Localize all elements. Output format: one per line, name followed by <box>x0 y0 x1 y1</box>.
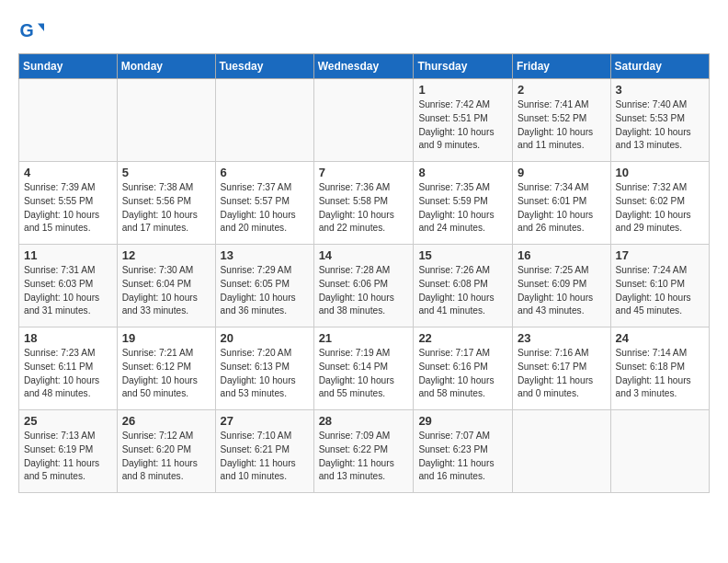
weekday-header: Monday <box>117 54 215 79</box>
day-info: Sunrise: 7:28 AMSunset: 6:06 PMDaylight:… <box>319 264 409 318</box>
day-number: 16 <box>518 248 606 262</box>
calendar-week-row: 11Sunrise: 7:31 AMSunset: 6:03 PMDayligh… <box>19 245 710 327</box>
calendar-cell: 3Sunrise: 7:40 AMSunset: 5:53 PMDaylight… <box>610 79 709 162</box>
calendar-cell: 20Sunrise: 7:20 AMSunset: 6:13 PMDayligh… <box>215 327 313 410</box>
day-info: Sunrise: 7:36 AMSunset: 5:58 PMDaylight:… <box>319 181 409 236</box>
day-info: Sunrise: 7:26 AMSunset: 6:08 PMDaylight:… <box>418 264 507 318</box>
calendar-cell: 13Sunrise: 7:29 AMSunset: 6:05 PMDayligh… <box>215 245 313 327</box>
day-info: Sunrise: 7:19 AMSunset: 6:14 PMDaylight:… <box>319 347 409 401</box>
calendar-cell: 2Sunrise: 7:41 AMSunset: 5:52 PMDaylight… <box>513 79 611 162</box>
day-info: Sunrise: 7:10 AMSunset: 6:21 PMDaylight:… <box>221 430 309 484</box>
logo-icon: G <box>18 18 44 44</box>
calendar-cell: 5Sunrise: 7:38 AMSunset: 5:56 PMDaylight… <box>117 162 215 245</box>
day-info: Sunrise: 7:38 AMSunset: 5:56 PMDaylight:… <box>122 181 210 236</box>
calendar-cell <box>313 79 414 162</box>
day-info: Sunrise: 7:41 AMSunset: 5:52 PMDaylight:… <box>518 98 606 153</box>
calendar-cell: 19Sunrise: 7:21 AMSunset: 6:12 PMDayligh… <box>117 327 215 410</box>
calendar-cell: 10Sunrise: 7:32 AMSunset: 6:02 PMDayligh… <box>610 162 709 245</box>
day-number: 10 <box>616 166 704 179</box>
day-info: Sunrise: 7:35 AMSunset: 5:59 PMDaylight:… <box>418 181 507 236</box>
day-number: 26 <box>122 414 210 428</box>
calendar-week-row: 4Sunrise: 7:39 AMSunset: 5:55 PMDaylight… <box>19 162 710 245</box>
day-info: Sunrise: 7:31 AMSunset: 6:03 PMDaylight:… <box>24 264 112 318</box>
day-number: 12 <box>122 248 210 262</box>
day-number: 20 <box>221 331 309 345</box>
day-info: Sunrise: 7:32 AMSunset: 6:02 PMDaylight:… <box>616 181 704 236</box>
calendar-cell: 28Sunrise: 7:09 AMSunset: 6:22 PMDayligh… <box>313 410 414 493</box>
weekday-header: Friday <box>513 54 611 79</box>
day-number: 1 <box>418 83 507 97</box>
page-header: G <box>18 18 710 44</box>
day-info: Sunrise: 7:30 AMSunset: 6:04 PMDaylight:… <box>122 264 210 318</box>
calendar-header-row: SundayMondayTuesdayWednesdayThursdayFrid… <box>19 54 710 79</box>
day-info: Sunrise: 7:16 AMSunset: 6:17 PMDaylight:… <box>518 347 606 401</box>
day-number: 14 <box>319 248 409 262</box>
day-number: 27 <box>221 414 309 428</box>
calendar-cell: 12Sunrise: 7:30 AMSunset: 6:04 PMDayligh… <box>117 245 215 327</box>
day-number: 25 <box>24 414 112 428</box>
calendar-cell: 23Sunrise: 7:16 AMSunset: 6:17 PMDayligh… <box>513 327 611 410</box>
calendar-week-row: 1Sunrise: 7:42 AMSunset: 5:51 PMDaylight… <box>19 79 710 162</box>
day-info: Sunrise: 7:20 AMSunset: 6:13 PMDaylight:… <box>221 347 309 401</box>
day-info: Sunrise: 7:21 AMSunset: 6:12 PMDaylight:… <box>122 347 210 401</box>
calendar-cell: 27Sunrise: 7:10 AMSunset: 6:21 PMDayligh… <box>215 410 313 493</box>
day-info: Sunrise: 7:12 AMSunset: 6:20 PMDaylight:… <box>122 430 210 484</box>
day-info: Sunrise: 7:09 AMSunset: 6:22 PMDaylight:… <box>319 430 409 484</box>
calendar-cell: 11Sunrise: 7:31 AMSunset: 6:03 PMDayligh… <box>19 245 118 327</box>
calendar-cell: 9Sunrise: 7:34 AMSunset: 6:01 PMDaylight… <box>513 162 611 245</box>
logo: G <box>18 18 48 44</box>
calendar-cell: 29Sunrise: 7:07 AMSunset: 6:23 PMDayligh… <box>414 410 513 493</box>
day-number: 2 <box>518 83 606 97</box>
day-number: 8 <box>418 166 507 179</box>
day-number: 18 <box>24 331 112 345</box>
calendar-cell <box>215 79 313 162</box>
day-info: Sunrise: 7:37 AMSunset: 5:57 PMDaylight:… <box>221 181 309 236</box>
calendar-cell: 24Sunrise: 7:14 AMSunset: 6:18 PMDayligh… <box>610 327 709 410</box>
day-number: 9 <box>518 166 606 179</box>
day-info: Sunrise: 7:42 AMSunset: 5:51 PMDaylight:… <box>418 98 507 153</box>
day-number: 7 <box>319 166 409 179</box>
calendar-cell: 15Sunrise: 7:26 AMSunset: 6:08 PMDayligh… <box>414 245 513 327</box>
day-number: 29 <box>418 414 507 428</box>
day-info: Sunrise: 7:07 AMSunset: 6:23 PMDaylight:… <box>418 430 507 484</box>
calendar-cell: 7Sunrise: 7:36 AMSunset: 5:58 PMDaylight… <box>313 162 414 245</box>
calendar-cell: 17Sunrise: 7:24 AMSunset: 6:10 PMDayligh… <box>610 245 709 327</box>
day-number: 17 <box>616 248 704 262</box>
calendar-cell: 4Sunrise: 7:39 AMSunset: 5:55 PMDaylight… <box>19 162 118 245</box>
calendar-cell: 6Sunrise: 7:37 AMSunset: 5:57 PMDaylight… <box>215 162 313 245</box>
weekday-header: Saturday <box>610 54 709 79</box>
calendar-week-row: 25Sunrise: 7:13 AMSunset: 6:19 PMDayligh… <box>19 410 710 493</box>
day-number: 21 <box>319 331 409 345</box>
day-number: 6 <box>221 166 309 179</box>
day-number: 28 <box>319 414 409 428</box>
day-number: 22 <box>418 331 507 345</box>
calendar-cell <box>513 410 611 493</box>
day-number: 23 <box>518 331 606 345</box>
svg-marker-1 <box>38 24 44 31</box>
day-number: 19 <box>122 331 210 345</box>
day-info: Sunrise: 7:17 AMSunset: 6:16 PMDaylight:… <box>418 347 507 401</box>
weekday-header: Tuesday <box>215 54 313 79</box>
day-info: Sunrise: 7:13 AMSunset: 6:19 PMDaylight:… <box>24 430 112 484</box>
calendar-cell: 8Sunrise: 7:35 AMSunset: 5:59 PMDaylight… <box>414 162 513 245</box>
calendar-week-row: 18Sunrise: 7:23 AMSunset: 6:11 PMDayligh… <box>19 327 710 410</box>
day-number: 11 <box>24 248 112 262</box>
day-info: Sunrise: 7:34 AMSunset: 6:01 PMDaylight:… <box>518 181 606 236</box>
calendar-cell: 1Sunrise: 7:42 AMSunset: 5:51 PMDaylight… <box>414 79 513 162</box>
weekday-header: Sunday <box>19 54 118 79</box>
day-info: Sunrise: 7:25 AMSunset: 6:09 PMDaylight:… <box>518 264 606 318</box>
calendar-cell: 26Sunrise: 7:12 AMSunset: 6:20 PMDayligh… <box>117 410 215 493</box>
day-info: Sunrise: 7:40 AMSunset: 5:53 PMDaylight:… <box>616 98 704 153</box>
weekday-header: Wednesday <box>313 54 414 79</box>
calendar-cell: 16Sunrise: 7:25 AMSunset: 6:09 PMDayligh… <box>513 245 611 327</box>
day-number: 3 <box>616 83 704 97</box>
svg-text:G: G <box>19 20 33 40</box>
day-info: Sunrise: 7:24 AMSunset: 6:10 PMDaylight:… <box>616 264 704 318</box>
day-number: 13 <box>221 248 309 262</box>
day-number: 15 <box>418 248 507 262</box>
calendar-table: SundayMondayTuesdayWednesdayThursdayFrid… <box>18 53 710 493</box>
day-number: 24 <box>616 331 704 345</box>
calendar-cell: 25Sunrise: 7:13 AMSunset: 6:19 PMDayligh… <box>19 410 118 493</box>
day-info: Sunrise: 7:14 AMSunset: 6:18 PMDaylight:… <box>616 347 704 401</box>
day-info: Sunrise: 7:23 AMSunset: 6:11 PMDaylight:… <box>24 347 112 401</box>
